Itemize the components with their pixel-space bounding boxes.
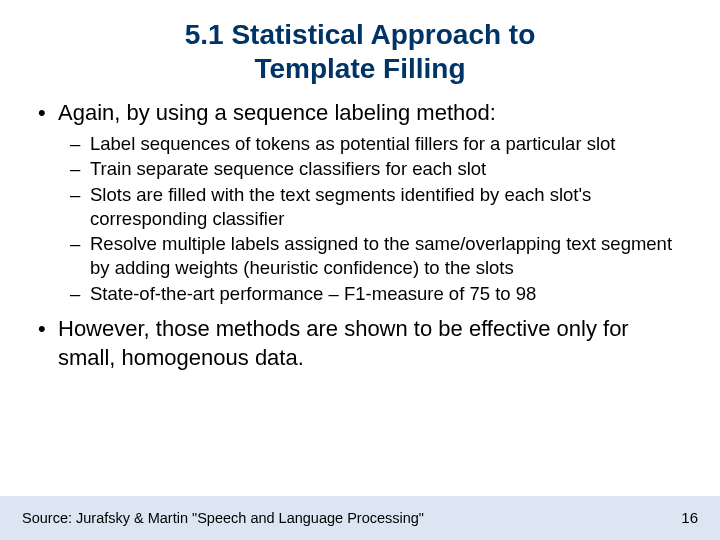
title-line-1: 5.1 Statistical Approach to [185, 19, 536, 50]
bullet-1: Again, by using a sequence labeling meth… [28, 99, 692, 305]
slide-title: 5.1 Statistical Approach to Template Fil… [0, 0, 720, 99]
sub-bullet-5: State-of-the-art performance – F1-measur… [66, 282, 692, 306]
bullet-2: However, those methods are shown to be e… [28, 315, 692, 372]
sub-bullet-2: Train separate sequence classifiers for … [66, 157, 692, 181]
sub-bullet-list: Label sequences of tokens as potential f… [58, 132, 692, 306]
bullet-1-text: Again, by using a sequence labeling meth… [58, 100, 496, 125]
footer-bar: Source: Jurafsky & Martin "Speech and La… [0, 496, 720, 540]
sub-bullet-1: Label sequences of tokens as potential f… [66, 132, 692, 156]
source-text: Source: Jurafsky & Martin "Speech and La… [22, 510, 424, 526]
bullet-list: Again, by using a sequence labeling meth… [28, 99, 692, 372]
bullet-2-text: However, those methods are shown to be e… [58, 316, 629, 370]
sub-bullet-3: Slots are filled with the text segments … [66, 183, 692, 230]
page-number: 16 [681, 509, 698, 526]
sub-bullet-4: Resolve multiple labels assigned to the … [66, 232, 692, 279]
slide-body: Again, by using a sequence labeling meth… [0, 99, 720, 372]
title-line-2: Template Filling [254, 53, 465, 84]
slide: 5.1 Statistical Approach to Template Fil… [0, 0, 720, 540]
